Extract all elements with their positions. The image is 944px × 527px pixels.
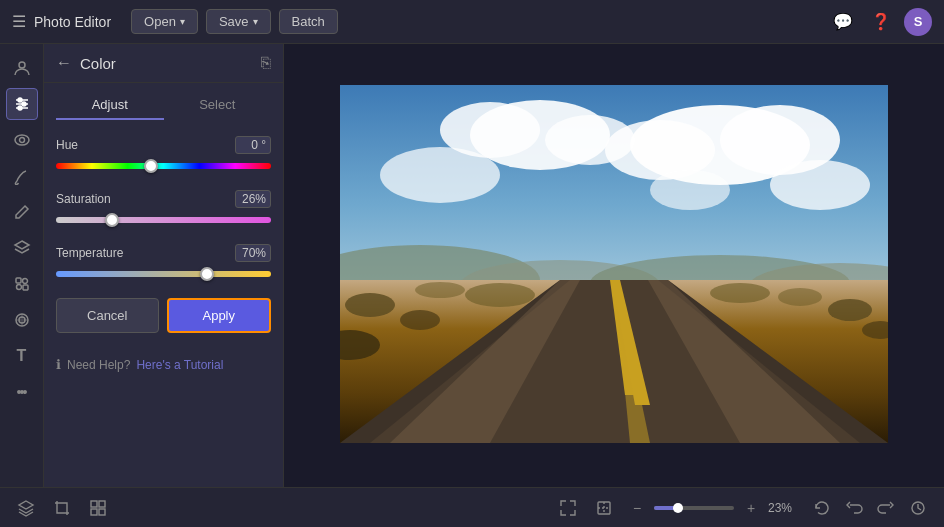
canvas-area — [284, 44, 944, 487]
menu-icon[interactable]: ☰ — [12, 12, 26, 31]
temperature-slider-row: Temperature 70% — [56, 244, 271, 282]
svg-point-12 — [22, 279, 27, 284]
history-icon-button[interactable] — [904, 494, 932, 522]
svg-point-47 — [778, 288, 822, 306]
svg-rect-52 — [99, 501, 105, 507]
bottombar: − + 23% — [0, 487, 944, 527]
svg-point-5 — [22, 102, 26, 106]
svg-point-29 — [545, 115, 635, 165]
app-title: Photo Editor — [34, 14, 111, 30]
topbar: ☰ Photo Editor Open ▾ Save ▾ Batch 💬 ❓ S — [0, 0, 944, 44]
panel-help: ℹ Need Help? Here's a Tutorial — [56, 357, 271, 380]
svg-rect-51 — [91, 501, 97, 507]
hue-label: Hue — [56, 138, 78, 152]
svg-point-44 — [465, 283, 535, 307]
svg-marker-50 — [19, 501, 33, 509]
svg-point-6 — [18, 106, 22, 110]
crop-bottom-icon-button[interactable] — [48, 494, 76, 522]
svg-rect-11 — [23, 285, 28, 290]
zoom-controls: − + 23% — [626, 497, 800, 519]
temperature-slider[interactable] — [56, 266, 271, 282]
redo-icon-button[interactable] — [872, 494, 900, 522]
layers-bottom-icon-button[interactable] — [12, 494, 40, 522]
svg-rect-10 — [16, 278, 21, 283]
svg-point-34 — [345, 293, 395, 317]
panel-tabs: Adjust Select — [44, 83, 283, 120]
chat-icon-button[interactable]: 💬 — [828, 7, 858, 37]
panel-title: Color — [80, 55, 253, 72]
svg-point-4 — [18, 98, 22, 102]
svg-point-0 — [19, 62, 25, 68]
svg-point-17 — [20, 391, 22, 393]
avatar[interactable]: S — [904, 8, 932, 36]
svg-point-7 — [15, 135, 29, 145]
person-icon-button[interactable] — [6, 52, 38, 84]
svg-point-18 — [23, 391, 25, 393]
open-chevron-icon: ▾ — [180, 16, 185, 27]
saturation-label: Saturation — [56, 192, 111, 206]
svg-rect-53 — [91, 509, 97, 515]
pen-icon-button[interactable] — [6, 196, 38, 228]
shapes-icon-button[interactable] — [6, 268, 38, 300]
cancel-button[interactable]: Cancel — [56, 298, 159, 333]
svg-point-46 — [710, 283, 770, 303]
photo-container — [340, 85, 888, 447]
svg-point-32 — [650, 170, 730, 210]
fit-icon-button[interactable] — [554, 494, 582, 522]
main-area: T ← Color ⎘ Adjust Select Hue 0 ° — [0, 44, 944, 487]
zoom-slider[interactable] — [654, 506, 734, 510]
adjust-icon-button[interactable] — [6, 88, 38, 120]
svg-point-30 — [770, 160, 870, 210]
crop2-icon-button[interactable] — [590, 494, 618, 522]
tab-select[interactable]: Select — [164, 91, 272, 120]
effects-icon-button[interactable] — [6, 304, 38, 336]
panel-content: Hue 0 ° Saturation 26% — [44, 120, 283, 487]
batch-button[interactable]: Batch — [279, 9, 338, 34]
help-icon-button[interactable]: ❓ — [866, 7, 896, 37]
save-chevron-icon: ▾ — [253, 16, 258, 27]
saturation-slider-row: Saturation 26% — [56, 190, 271, 228]
bottom-right-icons — [808, 494, 932, 522]
text-glyph: T — [17, 347, 27, 365]
panel-action-buttons: Cancel Apply — [56, 298, 271, 341]
more-icon-button[interactable] — [6, 376, 38, 408]
layers-icon-button[interactable] — [6, 232, 38, 264]
svg-point-31 — [380, 147, 500, 203]
svg-point-35 — [400, 310, 440, 330]
svg-point-8 — [19, 138, 24, 143]
undo-icon-button[interactable] — [840, 494, 868, 522]
saturation-value[interactable]: 26% — [235, 190, 271, 208]
zoom-value: 23% — [768, 501, 800, 515]
save-button[interactable]: Save ▾ — [206, 9, 271, 34]
apply-button[interactable]: Apply — [167, 298, 272, 333]
svg-point-37 — [828, 299, 872, 321]
hue-slider[interactable] — [56, 158, 271, 174]
brush-icon-button[interactable] — [6, 160, 38, 192]
zoom-in-button[interactable]: + — [740, 497, 762, 519]
reset-icon-button[interactable] — [808, 494, 836, 522]
eye-icon-button[interactable] — [6, 124, 38, 156]
svg-point-45 — [415, 282, 465, 298]
hue-value[interactable]: 0 ° — [235, 136, 271, 154]
info-icon: ℹ — [56, 357, 61, 372]
hue-slider-row: Hue 0 ° — [56, 136, 271, 174]
tutorial-link[interactable]: Here's a Tutorial — [136, 358, 223, 372]
help-text: Need Help? — [67, 358, 130, 372]
grid-bottom-icon-button[interactable] — [84, 494, 112, 522]
temperature-value[interactable]: 70% — [235, 244, 271, 262]
svg-rect-54 — [99, 509, 105, 515]
panel-header: ← Color ⎘ — [44, 44, 283, 83]
left-sidebar: T — [0, 44, 44, 487]
text-icon-button[interactable]: T — [6, 340, 38, 372]
svg-point-13 — [16, 285, 21, 290]
svg-point-16 — [17, 391, 19, 393]
saturation-slider[interactable] — [56, 212, 271, 228]
back-button[interactable]: ← — [56, 54, 72, 72]
temperature-label: Temperature — [56, 246, 123, 260]
photo-canvas — [340, 85, 888, 443]
color-panel: ← Color ⎘ Adjust Select Hue 0 ° — [44, 44, 284, 487]
tab-adjust[interactable]: Adjust — [56, 91, 164, 120]
panel-save-icon[interactable]: ⎘ — [261, 54, 271, 72]
zoom-out-button[interactable]: − — [626, 497, 648, 519]
open-button[interactable]: Open ▾ — [131, 9, 198, 34]
